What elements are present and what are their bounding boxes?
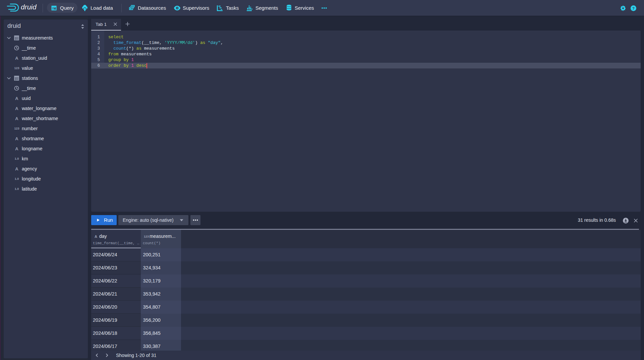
svg-text:?: ? [632,6,635,10]
